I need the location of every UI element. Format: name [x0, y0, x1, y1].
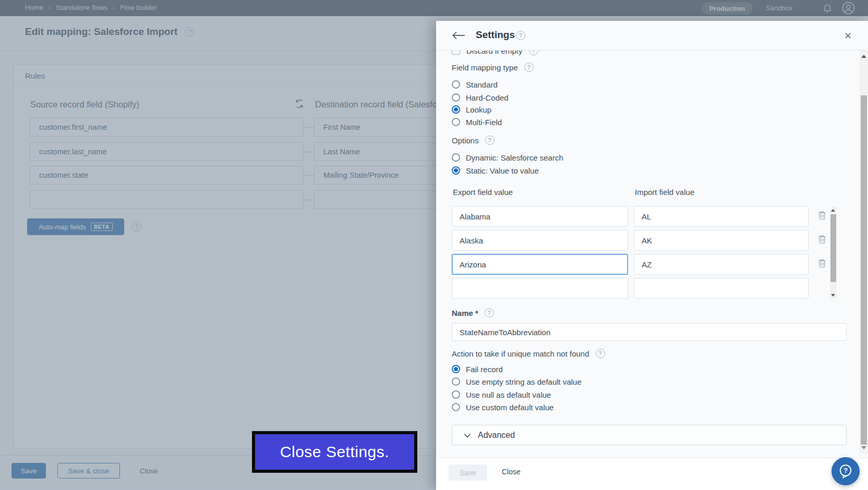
export-value-input-focused[interactable]	[452, 254, 628, 275]
radio-icon	[452, 377, 460, 386]
advanced-label: Advanced	[478, 431, 515, 440]
help-icon[interactable]	[485, 308, 494, 317]
settings-panel-footer: Save Close	[436, 458, 868, 490]
chevron-down-icon	[464, 431, 471, 440]
settings-close-button[interactable]: Close	[502, 468, 521, 476]
radio-use-empty-string[interactable]: Use empty string as default value	[452, 375, 582, 388]
advanced-section-toggle[interactable]: Advanced	[452, 425, 847, 445]
help-icon[interactable]	[516, 31, 525, 40]
settings-title: Settings	[476, 29, 515, 41]
settings-save-button[interactable]: Save	[449, 464, 487, 481]
action-label: Action to take if unique match not found	[452, 349, 589, 358]
radio-icon	[452, 403, 460, 411]
radio-lookup[interactable]: Lookup	[452, 103, 491, 116]
export-value-input[interactable]	[452, 230, 628, 251]
settings-panel-header: Settings	[436, 21, 868, 51]
radio-multi-field[interactable]: Multi-Field	[452, 116, 502, 128]
svg-text:?: ?	[843, 467, 848, 474]
name-input[interactable]	[452, 323, 847, 341]
help-icon[interactable]	[485, 136, 495, 145]
settings-panel-body: Discard if empty Field mapping type Stan…	[436, 51, 868, 458]
close-icon[interactable]	[842, 28, 854, 44]
table-scrollbar-thumb[interactable]	[830, 214, 836, 282]
radio-icon	[452, 390, 460, 399]
main-scrollbar[interactable]	[860, 51, 868, 454]
radio-static-value-to-value[interactable]: Static: Value to value	[452, 164, 539, 177]
export-value-input[interactable]	[452, 206, 628, 227]
import-value-input[interactable]	[634, 278, 809, 299]
help-icon[interactable]	[596, 349, 605, 358]
radio-icon	[452, 93, 460, 102]
screen: Home › Standalone flows › Flow builder P…	[0, 0, 868, 490]
radio-icon	[452, 105, 460, 114]
export-field-value-header: Export field value	[453, 188, 513, 197]
export-value-input[interactable]	[452, 278, 628, 299]
help-bubble-icon: ?	[837, 463, 854, 480]
radio-standard[interactable]: Standard	[452, 78, 498, 91]
import-value-input[interactable]	[634, 206, 809, 227]
radio-use-custom-default[interactable]: Use custom default value	[452, 401, 553, 413]
radio-icon	[452, 80, 460, 89]
scroll-up-arrow-icon[interactable]	[831, 209, 835, 212]
scroll-down-arrow-icon[interactable]	[861, 446, 866, 449]
import-value-input[interactable]	[634, 230, 809, 251]
radio-fail-record[interactable]: Fail record	[452, 363, 503, 375]
discard-if-empty-row[interactable]: Discard if empty	[452, 51, 538, 55]
radio-icon	[452, 365, 460, 373]
radio-use-null[interactable]: Use null as default value	[452, 388, 551, 401]
radio-hard-coded[interactable]: Hard-Coded	[452, 91, 509, 104]
radio-icon	[452, 166, 460, 175]
checkbox-icon[interactable]	[452, 51, 460, 55]
scroll-down-arrow-icon[interactable]	[831, 294, 835, 297]
table-scrollbar[interactable]	[830, 207, 837, 299]
trash-icon[interactable]	[816, 234, 828, 246]
import-value-input[interactable]	[634, 254, 809, 275]
field-mapping-type-label: Field mapping type	[452, 63, 518, 72]
help-icon[interactable]	[529, 51, 538, 55]
back-arrow-icon[interactable]	[452, 31, 465, 41]
floating-help-button[interactable]: ?	[831, 457, 860, 485]
scroll-up-arrow-icon[interactable]	[861, 55, 866, 58]
radio-dynamic-salesforce-search[interactable]: Dynamic: Salesforce search	[452, 151, 563, 164]
field-mapping-type-label-row: Field mapping type	[452, 63, 534, 72]
name-label-row: Name *	[452, 308, 494, 317]
trash-icon[interactable]	[816, 210, 828, 222]
radio-icon	[452, 118, 460, 126]
radio-icon	[452, 153, 460, 162]
name-label: Name *	[452, 309, 478, 317]
trash-icon[interactable]	[816, 258, 828, 270]
coach-tooltip-text: Close Settings.	[280, 443, 389, 461]
discard-if-empty-label: Discard if empty	[466, 51, 523, 55]
options-label-row: Options	[452, 136, 495, 145]
help-icon[interactable]	[524, 63, 534, 72]
options-label: Options	[452, 136, 479, 145]
import-field-value-header: Import field value	[635, 188, 694, 197]
settings-panel: Settings Discard if empty Field mapping …	[436, 21, 868, 490]
action-label-row: Action to take if unique match not found	[452, 349, 605, 358]
main-scrollbar-thumb[interactable]	[861, 95, 867, 445]
coach-tooltip: Close Settings.	[252, 431, 417, 473]
